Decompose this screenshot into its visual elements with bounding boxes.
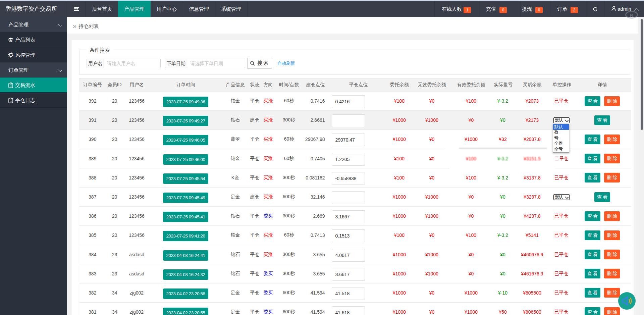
svg-text:R: R xyxy=(630,12,634,18)
